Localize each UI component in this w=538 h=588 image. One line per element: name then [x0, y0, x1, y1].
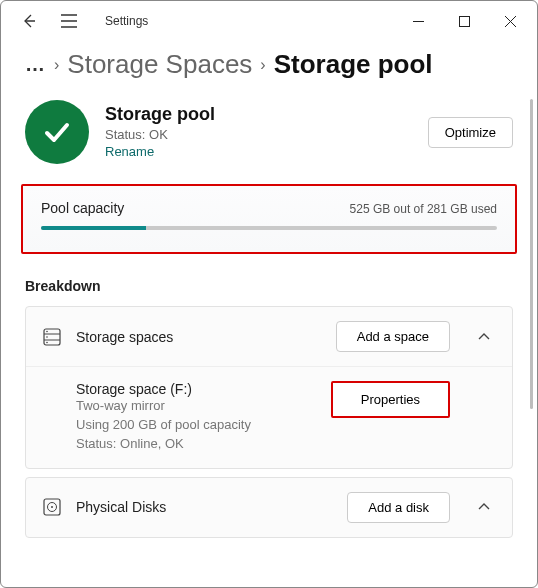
breadcrumb: … › Storage Spaces › Storage pool	[1, 41, 537, 96]
add-disk-button[interactable]: Add a disk	[347, 492, 450, 523]
svg-rect-0	[459, 16, 469, 26]
svg-point-2	[46, 330, 48, 332]
breadcrumb-parent[interactable]: Storage Spaces	[67, 49, 252, 80]
svg-point-4	[46, 341, 48, 343]
storage-space-item: Storage space (F:) Two-way mirror Using …	[26, 366, 512, 468]
scrollbar-vertical[interactable]	[530, 99, 533, 409]
capacity-progress	[41, 226, 497, 230]
back-button[interactable]	[17, 9, 41, 33]
space-name: Storage space (F:)	[76, 381, 317, 397]
storage-spaces-label: Storage spaces	[76, 329, 322, 345]
pool-title: Storage pool	[105, 104, 412, 125]
close-button[interactable]	[487, 5, 533, 37]
physical-disks-card: Physical Disks Add a disk	[25, 477, 513, 538]
collapse-toggle[interactable]	[472, 500, 496, 514]
physical-disks-icon	[42, 497, 62, 517]
app-title: Settings	[105, 14, 148, 28]
properties-button[interactable]: Properties	[331, 381, 450, 418]
breadcrumb-more-icon[interactable]: …	[25, 53, 46, 76]
chevron-right-icon: ›	[260, 56, 265, 74]
pool-status: Status: OK	[105, 127, 412, 142]
maximize-button[interactable]	[441, 5, 487, 37]
breadcrumb-current: Storage pool	[274, 49, 433, 80]
collapse-toggle[interactable]	[472, 330, 496, 344]
breakdown-heading: Breakdown	[25, 278, 537, 294]
space-usage: Using 200 GB of pool capacity	[76, 416, 317, 435]
physical-disks-label: Physical Disks	[76, 499, 333, 515]
add-space-button[interactable]: Add a space	[336, 321, 450, 352]
storage-spaces-card: Storage spaces Add a space Storage space…	[25, 306, 513, 469]
svg-point-3	[46, 336, 48, 338]
capacity-label: Pool capacity	[41, 200, 124, 216]
pool-capacity-card: Pool capacity 525 GB out of 281 GB used	[21, 184, 517, 254]
storage-spaces-icon	[42, 327, 62, 347]
svg-point-7	[51, 506, 53, 508]
optimize-button[interactable]: Optimize	[428, 117, 513, 148]
capacity-value: 525 GB out of 281 GB used	[350, 202, 497, 216]
space-status: Status: Online, OK	[76, 435, 317, 454]
space-type: Two-way mirror	[76, 397, 317, 416]
chevron-right-icon: ›	[54, 56, 59, 74]
minimize-button[interactable]	[395, 5, 441, 37]
status-ok-icon	[25, 100, 89, 164]
menu-icon[interactable]	[57, 9, 81, 33]
rename-link[interactable]: Rename	[105, 144, 154, 159]
